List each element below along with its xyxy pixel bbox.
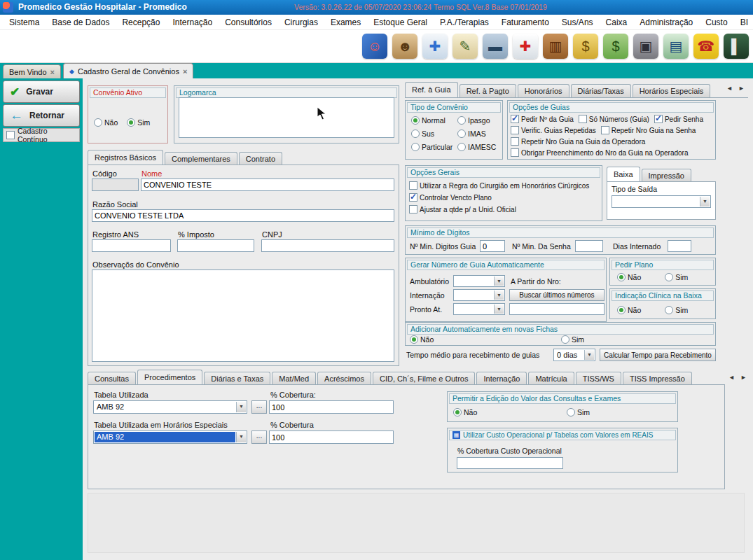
checkbox-so-numeros-guia[interactable]: Só Números (Guia) — [579, 115, 649, 123]
tabs-scroll-left-icon[interactable]: ◄ — [724, 84, 735, 94]
checkbox-obrigar-preenchimento-nro-guia[interactable]: Obrigar Preenchimento do Nro da Guia na … — [511, 148, 688, 157]
radio-permitir-nao[interactable]: Não — [453, 408, 477, 416]
checkbox-icon[interactable] — [409, 193, 417, 202]
cobertura-esp-input[interactable] — [269, 430, 394, 444]
bottom-tabs-scroll-right-icon[interactable]: ► — [738, 373, 749, 383]
radio-icon[interactable] — [561, 335, 569, 344]
retornar-button[interactable]: ← Retornar — [3, 104, 80, 127]
tab-registros-basicos[interactable]: Registros Básicos — [88, 150, 163, 165]
radio-iamesc[interactable]: IAMESC — [457, 143, 496, 151]
tab-cadastro-geral-convenios[interactable]: ◆ Cadastro Geral de Convênios × — [63, 63, 193, 78]
tab-diarias-e-taxas[interactable]: Diárias e Taxas — [204, 372, 270, 385]
menu-item-estoque-geral[interactable]: Estoque Geral — [367, 16, 434, 29]
dropdown-arrow-icon[interactable]: ▼ — [494, 276, 504, 286]
registro-ans-input[interactable] — [92, 239, 171, 252]
pronto-at-dropdown[interactable]: ▼ — [453, 303, 505, 315]
estoque-icon[interactable]: ▥ — [543, 34, 568, 59]
ambulatorio-dropdown[interactable]: ▼ — [453, 275, 505, 287]
radio-icon[interactable] — [453, 408, 462, 416]
radio-icon[interactable] — [457, 130, 466, 138]
logomarca-image-area[interactable] — [179, 97, 394, 138]
checkbox-icon[interactable] — [6, 131, 15, 139]
min-senha-input[interactable] — [575, 240, 603, 252]
radio-permitir-sim[interactable]: Sim — [567, 408, 590, 416]
radio-icon[interactable] — [665, 306, 673, 314]
menu-item-sus-ans[interactable]: Sus/Ans — [555, 16, 600, 29]
tab-horarios-especiais[interactable]: Horários Especiais — [633, 84, 711, 97]
min-digitos-guia-input[interactable] — [480, 240, 505, 252]
telefone-icon[interactable]: ☎ — [693, 34, 719, 59]
a-partir-do-nro-input[interactable] — [509, 303, 605, 315]
bottom-tabs-scroll-left-icon[interactable]: ◄ — [726, 373, 737, 383]
dias-internado-input[interactable] — [668, 240, 691, 252]
radio-ipasgo[interactable]: Ipasgo — [457, 116, 490, 125]
custo-operacional-icon[interactable]: ▦ — [453, 431, 460, 439]
radio-icon[interactable] — [411, 143, 420, 151]
dropdown-arrow-icon[interactable]: ▼ — [494, 290, 504, 300]
tab-tiss-ws[interactable]: TISS/WS — [576, 372, 621, 385]
radio-convenio-nao[interactable]: Não — [94, 118, 118, 127]
menu-item-bi[interactable]: BI — [734, 16, 753, 29]
checkbox-icon[interactable] — [579, 115, 587, 123]
checkbox-icon[interactable] — [511, 126, 519, 134]
tab-acrescimos[interactable]: Acréscimos — [317, 372, 371, 385]
nome-input[interactable] — [141, 178, 394, 191]
radio-pedir-plano-sim[interactable]: Sim — [665, 273, 688, 281]
menu-item-custo[interactable]: Custo — [699, 16, 733, 29]
tipo-saida-dropdown[interactable]: ▼ — [612, 195, 711, 208]
close-tab-icon[interactable]: × — [50, 68, 55, 76]
menu-item-exames[interactable]: Exames — [324, 16, 367, 29]
dropdown-arrow-icon[interactable]: ▼ — [494, 304, 504, 314]
checkbox-icon[interactable] — [409, 181, 417, 190]
tab-ref-a-pagto[interactable]: Ref. à Pagto — [460, 84, 516, 97]
radio-indicacao-nao[interactable]: Não — [617, 306, 641, 314]
checkbox-pedir-numero-guia[interactable]: Pedir Nº da Guia — [511, 115, 574, 123]
checkbox-ajustar-qtde[interactable]: Ajustar a qtde p/ a Unid. Oficial — [409, 205, 516, 214]
cofre-icon[interactable]: ▣ — [633, 34, 658, 59]
close-tab-icon[interactable]: × — [183, 67, 187, 76]
radio-icon[interactable] — [617, 306, 626, 314]
imposto-input[interactable] — [177, 239, 254, 252]
menu-item-pa-terapias[interactable]: P.A./Terapias — [434, 16, 495, 29]
tabela-horarios-browse-button[interactable]: ... — [251, 430, 267, 444]
cobertura-custo-operacional-input[interactable] — [457, 457, 563, 469]
razao-social-input[interactable] — [92, 209, 394, 222]
radio-icon[interactable] — [665, 273, 673, 281]
tab-cid-chs-filme-outros[interactable]: CID, Ch´s, Filme e Outros — [373, 372, 476, 385]
radio-icon[interactable] — [457, 143, 466, 151]
codigo-input[interactable] — [92, 178, 139, 191]
menu-item-sistema[interactable]: Sistema — [3, 16, 46, 29]
observacoes-textarea[interactable] — [92, 270, 394, 362]
internacao-leito-icon[interactable]: ▬ — [483, 34, 508, 59]
gravar-button[interactable]: ✔ Gravar — [3, 80, 80, 103]
radio-pedir-plano-nao[interactable]: Não — [617, 273, 641, 281]
radio-adicionar-sim[interactable]: Sim — [561, 335, 584, 344]
tab-mat-med[interactable]: Mat/Med — [272, 372, 316, 385]
checkbox-repetir-nro-guia-operadora[interactable]: Repetir Nro Guia na Guia da Operadora — [511, 137, 645, 146]
radio-imas[interactable]: IMAS — [457, 130, 486, 138]
tab-consultas[interactable]: Consultas — [88, 372, 136, 385]
checkbox-icon[interactable] — [511, 148, 519, 157]
checkbox-pedir-senha[interactable]: Pedir Senha — [654, 115, 703, 123]
menu-item-faturamento[interactable]: Faturamento — [495, 16, 555, 29]
checkbox-verific-guias-repetidas[interactable]: Verific. Guias Repetidas — [511, 126, 596, 134]
radio-convenio-sim[interactable]: Sim — [127, 118, 150, 127]
checkbox-regra-cirurgiao[interactable]: Utilizar a Regra do Cirurgião em Honorár… — [409, 181, 589, 190]
bi-icon[interactable]: ▌ — [724, 34, 749, 59]
calcular-tempo-button[interactable]: Calcular Tempo para Recebimento — [600, 349, 716, 361]
radio-icon[interactable] — [411, 116, 420, 125]
tab-contrato[interactable]: Contrato — [239, 152, 282, 165]
menu-item-consultorios[interactable]: Consultórios — [219, 16, 278, 29]
recepcao-icon[interactable]: ☻ — [392, 34, 417, 59]
tabela-horarios-especiais-dropdown[interactable]: AMB 92 ▼ — [93, 430, 247, 444]
suporte-icon[interactable]: ☺ — [362, 34, 387, 59]
tab-internacao[interactable]: Internação — [476, 372, 527, 385]
menu-item-caixa[interactable]: Caixa — [600, 16, 634, 29]
checkbox-icon[interactable] — [654, 115, 663, 123]
tab-diarias-taxas[interactable]: Diárias/Taxas — [571, 84, 631, 97]
menu-item-base-de-dados[interactable]: Base de Dados — [46, 16, 116, 29]
menu-item-recepcao[interactable]: Recepção — [116, 16, 166, 29]
radio-icon[interactable] — [567, 408, 575, 416]
dropdown-arrow-icon[interactable]: ▼ — [700, 197, 710, 206]
tempo-medio-dropdown[interactable]: 0 dias ▼ — [553, 349, 595, 361]
